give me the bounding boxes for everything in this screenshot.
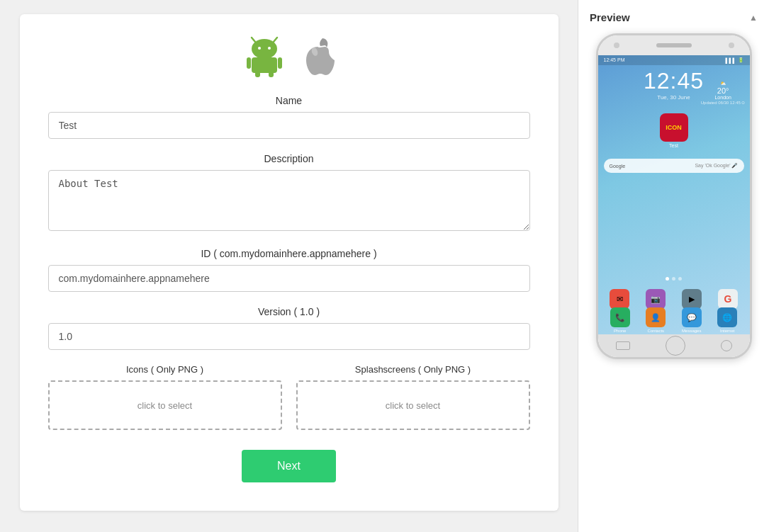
internet-app-icon: 🌐 [717, 307, 737, 327]
phone-app-grid-2: 📞 Phone 👤 Contacts 💬 Messages 🌐 Internet [598, 307, 750, 333]
app-cell-internet: 🌐 Internet [711, 307, 744, 333]
app-icon-label: Test [669, 143, 678, 148]
phone-app-label: Phone [614, 329, 626, 333]
form-card: Name Description About Test ID ( com.myd… [20, 14, 558, 511]
svg-rect-7 [278, 57, 282, 69]
svg-rect-6 [247, 57, 251, 69]
dot-2 [672, 277, 675, 281]
weather-widget: ⛅ 20° London Updated 06/30 12:45 ⊙ [701, 81, 746, 105]
screen-dots [598, 277, 750, 281]
phone-bottom-bar [598, 334, 750, 357]
name-label: Name [48, 95, 530, 106]
search-bar-label: Google [610, 164, 626, 169]
status-bar: 12:45 PM ▌▌▌ 🔋 [598, 55, 750, 65]
splashscreens-label: Splashscreens ( Only PNG ) [355, 364, 471, 375]
phone-camera-right-icon [729, 43, 734, 48]
app-cell-contacts: 👤 Contacts [639, 307, 673, 333]
playstore-app-icon: ▶ [682, 289, 702, 309]
version-label: Version ( 1.0 ) [48, 306, 530, 317]
svg-point-3 [258, 47, 261, 50]
description-input[interactable]: About Test [48, 170, 530, 231]
phone-screen: 12:45 PM ▌▌▌ 🔋 12:45 Tue, 30 June ⛅ 20° … [598, 55, 750, 334]
app-icon-area: ICON Test [660, 113, 688, 148]
camera-app-icon: 📷 [646, 289, 666, 309]
icons-upload-section: Icons ( Only PNG ) click to select [48, 364, 282, 430]
svg-rect-5 [252, 57, 277, 73]
phone-speaker-icon [656, 43, 692, 47]
id-field-group: ID ( com.mydomainhere.appnamehere ) [48, 248, 530, 292]
internet-app-label: Internet [720, 329, 734, 333]
phone-app-icon: 📞 [610, 307, 630, 327]
preview-title: Preview [590, 11, 630, 23]
preview-panel: Preview ▲ 12:45 PM ▌▌▌ 🔋 12:45 [578, 0, 769, 532]
phone-search-bar: Google Say 'Ok Google' 🎤 [604, 159, 744, 173]
phone-camera-left-icon [614, 43, 619, 48]
upload-row: Icons ( Only PNG ) click to select Splas… [48, 364, 530, 430]
description-label: Description [48, 153, 530, 164]
recent-apps-button-icon [721, 340, 732, 351]
weather-icon: ⛅ [720, 81, 726, 86]
splashscreens-dropzone-text: click to select [386, 400, 440, 411]
phone-top-bar [598, 35, 750, 55]
app-cell-messages: 💬 Messages [675, 307, 709, 333]
preview-arrow-icon: ▲ [749, 13, 758, 23]
email-app-icon: ✉ [610, 289, 629, 309]
version-field-group: Version ( 1.0 ) [48, 306, 530, 350]
version-input[interactable] [48, 323, 530, 350]
svg-rect-9 [269, 72, 274, 77]
google-app-icon: G [718, 289, 738, 309]
next-button[interactable]: Next [242, 450, 336, 482]
messages-app-label: Messages [682, 329, 701, 333]
icons-dropzone[interactable]: click to select [48, 380, 282, 430]
dot-1 [666, 277, 669, 281]
svg-line-1 [252, 38, 255, 42]
back-button-icon [616, 341, 630, 350]
weather-location: London [714, 95, 731, 100]
android-icon [243, 35, 286, 78]
splashscreens-upload-section: Splashscreens ( Only PNG ) click to sele… [296, 364, 530, 430]
svg-point-4 [268, 47, 271, 50]
id-label: ID ( com.mydomainhere.appnamehere ) [48, 248, 530, 259]
platform-icons [48, 35, 530, 78]
home-button-icon [666, 336, 685, 356]
messages-app-icon: 💬 [682, 307, 702, 327]
status-bar-time: 12:45 PM [604, 57, 625, 63]
svg-line-2 [274, 38, 277, 42]
main-area: Name Description About Test ID ( com.myd… [0, 0, 578, 532]
wifi-icon: 🔋 [738, 57, 744, 63]
description-field-group: Description About Test [48, 153, 530, 234]
name-input[interactable] [48, 112, 530, 139]
ios-icon [300, 35, 335, 78]
name-field-group: Name [48, 95, 530, 139]
status-icons: ▌▌▌ 🔋 [726, 57, 744, 63]
weather-temp: 20° [717, 86, 729, 95]
app-icon-text: ICON [666, 124, 682, 131]
svg-rect-8 [255, 72, 260, 77]
signal-icon: ▌▌▌ [726, 58, 736, 63]
weather-updated: Updated 06/30 12:45 ⊙ [701, 100, 746, 105]
icons-label: Icons ( Only PNG ) [126, 364, 203, 375]
icons-dropzone-text: click to select [137, 400, 192, 411]
splashscreens-dropzone[interactable]: click to select [296, 380, 530, 430]
search-bar-hint: Say 'Ok Google' 🎤 [695, 163, 738, 169]
app-cell-phone: 📞 Phone [604, 307, 637, 333]
dot-3 [678, 277, 682, 281]
app-icon-box: ICON [660, 113, 688, 142]
preview-header: Preview ▲ [590, 11, 758, 23]
contacts-app-icon: 👤 [646, 307, 666, 327]
id-input[interactable] [48, 265, 530, 292]
phone-mockup: 12:45 PM ▌▌▌ 🔋 12:45 Tue, 30 June ⛅ 20° … [596, 33, 752, 359]
contacts-app-label: Contacts [647, 329, 664, 333]
